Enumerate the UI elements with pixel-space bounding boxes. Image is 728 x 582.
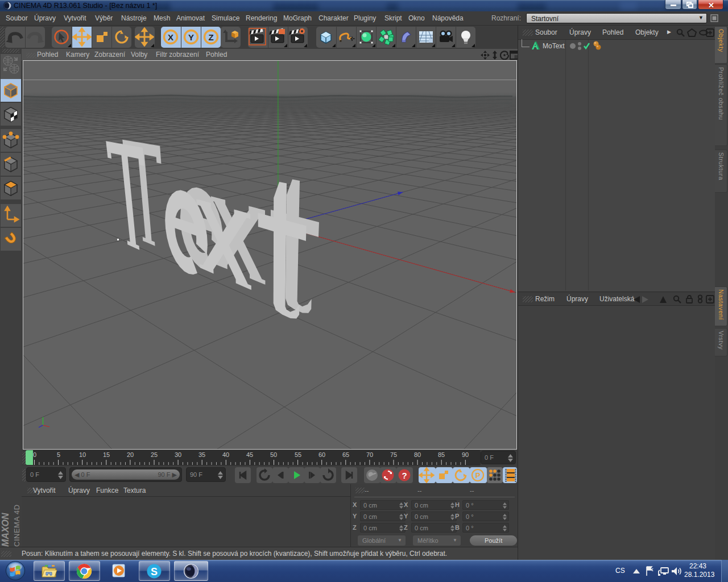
svg-text:Z: Z xyxy=(208,32,213,42)
svg-text:X: X xyxy=(168,32,173,42)
svg-text:Y: Y xyxy=(188,32,194,42)
svg-text:S: S xyxy=(151,566,158,577)
svg-text:P: P xyxy=(475,471,481,480)
svg-text:?: ? xyxy=(402,471,407,480)
